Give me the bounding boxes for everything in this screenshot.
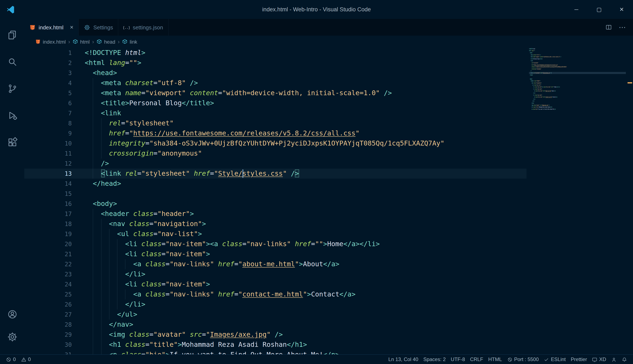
editor-column: index.html✕Settings{..}settings.json ⋯ i… — [24, 19, 633, 354]
breadcrumb-item-index.html[interactable]: index.html — [35, 39, 66, 45]
activity-bar-item-search[interactable] — [0, 51, 24, 72]
maximize-button[interactable]: ▢ — [588, 0, 610, 19]
tab-bar: index.html✕Settings{..}settings.json ⋯ — [24, 19, 633, 36]
indent-guide — [125, 259, 126, 269]
indent-guide — [101, 259, 101, 269]
indent-guide — [101, 289, 101, 300]
close-button[interactable]: ✕ — [610, 0, 633, 19]
tab-index.html[interactable]: index.html✕ — [24, 19, 79, 36]
json-icon: {..} — [124, 24, 130, 30]
line-text: rel="stylesheet" — [85, 118, 526, 128]
code-line: 20 <li class="nav-item"><a class="nav-li… — [24, 239, 526, 249]
code-line: 21 <li class="nav-item"> — [24, 249, 526, 259]
text-cursor — [242, 170, 243, 178]
code-line: 26 </li> — [24, 300, 526, 310]
indent-guide — [93, 229, 93, 239]
minimap-active-line — [529, 72, 626, 74]
status-item-prettier[interactable]: Prettier — [568, 356, 589, 362]
tab-Settings[interactable]: Settings — [79, 19, 118, 36]
status-item-crlf[interactable]: CRLF — [468, 356, 486, 362]
line-text: <li class="nav-item"> — [85, 249, 526, 259]
indent-guide — [93, 320, 93, 330]
line-text: <header class="header"> — [85, 209, 526, 219]
editor-actions: ⋯ — [605, 19, 633, 36]
indent-guide — [93, 88, 93, 98]
breadcrumb-label: html — [80, 39, 90, 45]
window-title: index.html - Web-Intro - Visual Studio C… — [0, 6, 633, 12]
indent-guide — [93, 259, 93, 269]
more-actions-icon[interactable]: ⋯ — [619, 23, 626, 32]
tab-label: index.html — [38, 24, 64, 30]
breadcrumb-item-link[interactable]: link — [122, 39, 137, 45]
status-item-ln-13-col-40[interactable]: Ln 13, Col 40 — [386, 356, 421, 362]
breadcrumb-item-head[interactable]: head — [96, 39, 115, 45]
code-line: 5 <meta name="viewport" content="width=d… — [24, 88, 526, 98]
split-editor-icon[interactable] — [605, 24, 612, 30]
line-text: href="https://use.fontawesome.com/releas… — [85, 128, 526, 138]
minimize-button[interactable]: ─ — [565, 0, 588, 19]
extensions-icon — [7, 137, 18, 148]
line-text: <title>Personal Blog</title> — [85, 98, 526, 108]
code-line: 1<!DOCTYPE html> — [24, 48, 526, 58]
minimap[interactable]: <!DOCTYPE html><html lang=""> <head> <me… — [526, 48, 627, 354]
code-line: 25 <a class="nav-links" href="contact-me… — [24, 289, 526, 300]
tab-settings.json[interactable]: {..}settings.json — [118, 19, 169, 36]
indent-guide — [93, 340, 93, 350]
line-text: </li> — [85, 269, 526, 279]
status-item-xd[interactable]: XD — [590, 356, 609, 362]
chevron-right-icon: › — [92, 38, 94, 45]
line-number: 10 — [24, 138, 72, 148]
editor[interactable]: 1<!DOCTYPE html>2<html lang="">3 <head>4… — [24, 48, 633, 354]
tab-close-icon[interactable]: ✕ — [70, 24, 74, 30]
indent-guide — [117, 300, 118, 310]
chevron-right-icon: › — [68, 38, 70, 45]
line-text: <li class="nav-item"><a class="nav-links… — [85, 239, 526, 249]
indent-guide — [109, 279, 110, 289]
line-number: 24 — [24, 279, 72, 289]
activity-bar-item-run-debug[interactable] — [0, 104, 24, 126]
indent-guide — [101, 128, 101, 138]
line-text: /> — [85, 158, 526, 168]
indent-guide — [101, 350, 101, 354]
line-text: <link — [85, 108, 526, 118]
overview-ruler[interactable] — [627, 48, 633, 354]
indent-guide — [117, 249, 118, 259]
status-item-spaces-2[interactable]: Spaces: 2 — [421, 356, 448, 362]
editor-code[interactable]: 1<!DOCTYPE html>2<html lang="">3 <head>4… — [24, 48, 526, 354]
status-item-label: Spaces: 2 — [423, 356, 446, 362]
line-text: <html lang=""> — [85, 58, 526, 68]
status-item-utf-8[interactable]: UTF-8 — [448, 356, 468, 362]
line-text: <meta name="viewport" content="width=dev… — [85, 88, 526, 98]
activity-bar-item-account[interactable] — [0, 303, 24, 325]
status-item-eslint[interactable]: ESLint — [541, 356, 568, 362]
line-text: <!DOCTYPE html> — [85, 48, 526, 58]
screen-icon — [592, 357, 598, 362]
status-item-0[interactable]: 0 — [3, 356, 18, 362]
indent-guide — [101, 279, 101, 289]
activity-bar-item-explorer[interactable] — [0, 24, 24, 46]
status-item-person-icon[interactable] — [609, 357, 619, 362]
indent-guide — [93, 158, 93, 168]
status-item-0[interactable]: 0 — [18, 356, 33, 362]
code-line: 3 <head> — [24, 68, 526, 78]
indent-guide — [93, 219, 93, 229]
code-line: 23 </li> — [24, 269, 526, 279]
activity-bar-item-settings[interactable] — [0, 326, 24, 348]
breadcrumb-item-html[interactable]: html — [72, 39, 90, 45]
indent-guide — [117, 239, 118, 249]
activity-bar-item-source-control[interactable] — [0, 78, 24, 100]
status-item-port-5500[interactable]: Port : 5500 — [504, 356, 541, 362]
line-number: 12 — [24, 158, 72, 168]
code-line: 28 </nav> — [24, 320, 526, 330]
title-bar: index.html - Web-Intro - Visual Studio C… — [0, 0, 633, 19]
activity-bar-item-extensions[interactable] — [0, 131, 24, 153]
status-item-bell-icon[interactable] — [619, 357, 630, 362]
line-text: <h1 class="title">Mohammad Reza Asadi Ro… — [85, 340, 526, 350]
status-item-html[interactable]: HTML — [486, 356, 504, 362]
indent-guide — [101, 118, 101, 128]
indent-guide — [109, 259, 110, 269]
line-number: 27 — [24, 310, 72, 320]
bell-icon — [622, 357, 627, 362]
status-item-label: CRLF — [470, 356, 483, 362]
line-text: crossorigin="anonymous" — [85, 148, 526, 158]
